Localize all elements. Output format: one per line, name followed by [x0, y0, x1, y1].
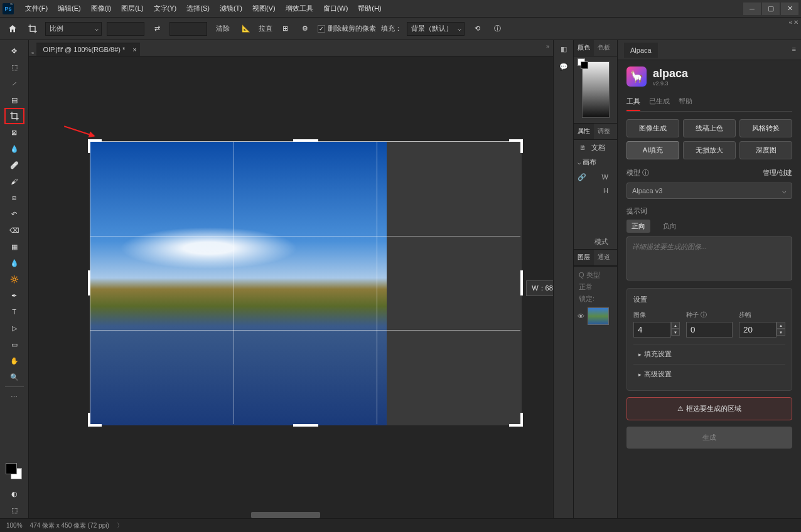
- tab-adjustments[interactable]: 调整: [594, 124, 614, 139]
- layer-row[interactable]: 👁: [576, 305, 615, 327]
- menu-filter[interactable]: 滤镜(T): [215, 4, 247, 13]
- reset-icon[interactable]: ⟲: [470, 21, 485, 36]
- btn-image-gen[interactable]: 图像生成: [626, 119, 679, 137]
- images-up[interactable]: ▲: [671, 322, 680, 329]
- info-icon[interactable]: ⓘ: [490, 21, 505, 36]
- home-icon[interactable]: [5, 21, 20, 36]
- btn-ai-fill[interactable]: AI填充: [626, 141, 679, 159]
- menu-layer[interactable]: 图层(L): [116, 4, 148, 13]
- tab-channels[interactable]: 通道: [594, 250, 614, 265]
- close-button[interactable]: ✕: [781, 3, 798, 15]
- advanced-settings-accordion[interactable]: 高级设置: [633, 364, 785, 384]
- prompt-tab-positive[interactable]: 正向: [626, 220, 650, 233]
- settings-gear-icon[interactable]: ⚙: [298, 21, 313, 36]
- tab-close-icon[interactable]: ×: [132, 46, 136, 53]
- maximize-button[interactable]: ▢: [762, 3, 780, 15]
- quick-mask-tool[interactable]: ◐: [4, 486, 24, 502]
- delete-cropped-checkbox[interactable]: [318, 25, 325, 33]
- color-swatches[interactable]: [6, 463, 23, 481]
- gradient-tool[interactable]: ▦: [4, 238, 24, 255]
- canvas[interactable]: W：682 像素: [29, 56, 553, 518]
- model-select[interactable]: Alpaca v3: [626, 183, 792, 199]
- btn-depth[interactable]: 深度图: [739, 141, 792, 159]
- tab-swatches[interactable]: 色板: [594, 40, 614, 56]
- frame-tool[interactable]: ⊠: [4, 124, 24, 141]
- crop-tool-icon[interactable]: [25, 21, 40, 36]
- ratio-dropdown[interactable]: 比例: [45, 22, 102, 36]
- dodge-tool[interactable]: 🔆: [4, 271, 24, 287]
- seed-input[interactable]: [686, 322, 733, 338]
- move-tool[interactable]: ✥: [4, 43, 24, 59]
- minimize-button[interactable]: ─: [743, 3, 761, 15]
- blur-tool[interactable]: 💧: [4, 255, 24, 271]
- history-brush-tool[interactable]: ↶: [4, 206, 24, 222]
- manage-models-link[interactable]: 管理/创建: [763, 168, 792, 178]
- marquee-tool[interactable]: ⬚: [4, 59, 24, 75]
- grid-overlay-icon[interactable]: ⊞: [277, 21, 293, 36]
- tab-color[interactable]: 颜色: [574, 40, 594, 56]
- layer-thumbnail[interactable]: [588, 307, 609, 325]
- panel-icon-2[interactable]: 💬: [557, 61, 570, 72]
- menu-type[interactable]: 文字(Y): [149, 4, 182, 13]
- healing-brush-tool[interactable]: 🩹: [4, 157, 24, 173]
- crop-height-input[interactable]: [169, 22, 207, 36]
- images-input[interactable]: [633, 322, 671, 338]
- menu-plugins[interactable]: 增效工具: [281, 4, 318, 13]
- tab-layers[interactable]: 图层: [574, 250, 594, 265]
- path-select-tool[interactable]: ▷: [4, 320, 24, 336]
- alpaca-tab-generated[interactable]: 已生成: [649, 97, 670, 111]
- eraser-tool[interactable]: ⌫: [4, 222, 24, 238]
- layer-search[interactable]: Q 类型: [576, 269, 615, 281]
- straighten-icon[interactable]: 📐: [239, 21, 254, 36]
- clone-stamp-tool[interactable]: ⧇: [4, 189, 24, 206]
- swap-dims-icon[interactable]: ⇄: [149, 21, 164, 36]
- zoom-level[interactable]: 100%: [6, 522, 23, 529]
- screen-mode-tool[interactable]: ⬚: [4, 502, 24, 518]
- menu-edit[interactable]: 编辑(E): [53, 4, 86, 13]
- tab-properties[interactable]: 属性: [574, 124, 594, 139]
- btn-style-transfer[interactable]: 风格转换: [739, 119, 792, 137]
- panel-close-icon[interactable]: ✕: [793, 19, 798, 26]
- steps-up[interactable]: ▲: [777, 322, 785, 329]
- pen-tool[interactable]: ✒: [4, 287, 24, 304]
- alpaca-tab-help[interactable]: 帮助: [679, 97, 692, 111]
- menu-window[interactable]: 窗口(W): [318, 4, 353, 13]
- alpaca-panel-tab[interactable]: Alpaca: [624, 43, 658, 58]
- tab-expand-icon[interactable]: »: [31, 50, 34, 56]
- eyedropper-tool[interactable]: 💧: [4, 141, 24, 157]
- status-chevron-icon[interactable]: 〉: [117, 521, 123, 530]
- rectangle-tool[interactable]: ▭: [4, 336, 24, 353]
- type-tool[interactable]: T: [4, 304, 24, 320]
- menu-image[interactable]: 图像(I): [86, 4, 116, 13]
- alpaca-tab-tools[interactable]: 工具: [626, 97, 640, 111]
- menu-file[interactable]: 文件(F): [20, 4, 53, 13]
- prompt-textarea[interactable]: 详细描述要生成的图像...: [626, 237, 792, 280]
- fill-settings-accordion[interactable]: 填充设置: [633, 344, 785, 364]
- panel-expand-icon[interactable]: «: [788, 19, 792, 26]
- zoom-tool[interactable]: 🔍: [4, 369, 24, 385]
- btn-upscale[interactable]: 无损放大: [683, 141, 736, 159]
- toolbar-collapse-icon[interactable]: »: [10, 1, 13, 7]
- color-ramp[interactable]: [582, 61, 610, 118]
- link-icon[interactable]: 🔗: [578, 172, 586, 182]
- steps-down[interactable]: ▼: [777, 329, 785, 336]
- clear-button[interactable]: 清除: [212, 24, 234, 33]
- hand-tool[interactable]: ✋: [4, 353, 24, 369]
- btn-sketch-color[interactable]: 线稿上色: [683, 119, 736, 137]
- tab-overflow-icon[interactable]: »: [546, 43, 549, 50]
- visibility-icon[interactable]: 👁: [578, 312, 585, 320]
- images-down[interactable]: ▼: [671, 329, 680, 336]
- prompt-tab-negative[interactable]: 负向: [658, 220, 682, 233]
- horizontal-scrollbar[interactable]: [251, 512, 320, 518]
- quick-select-tool[interactable]: ▤: [4, 92, 24, 108]
- crop-tool[interactable]: [4, 108, 24, 124]
- menu-view[interactable]: 视图(V): [247, 4, 281, 13]
- edit-toolbar[interactable]: ⋯: [4, 388, 24, 405]
- lasso-tool[interactable]: ⟋: [4, 75, 24, 92]
- select-region-warning[interactable]: 框选要生成的区域: [626, 397, 792, 420]
- steps-input[interactable]: [739, 322, 777, 338]
- menu-help[interactable]: 帮助(H): [353, 4, 386, 13]
- panel-icon-1[interactable]: ◧: [557, 44, 570, 54]
- brush-tool[interactable]: 🖌: [4, 173, 24, 189]
- document-tab[interactable]: OIP.jfif @ 100%(RGB/8#) *×: [36, 43, 140, 56]
